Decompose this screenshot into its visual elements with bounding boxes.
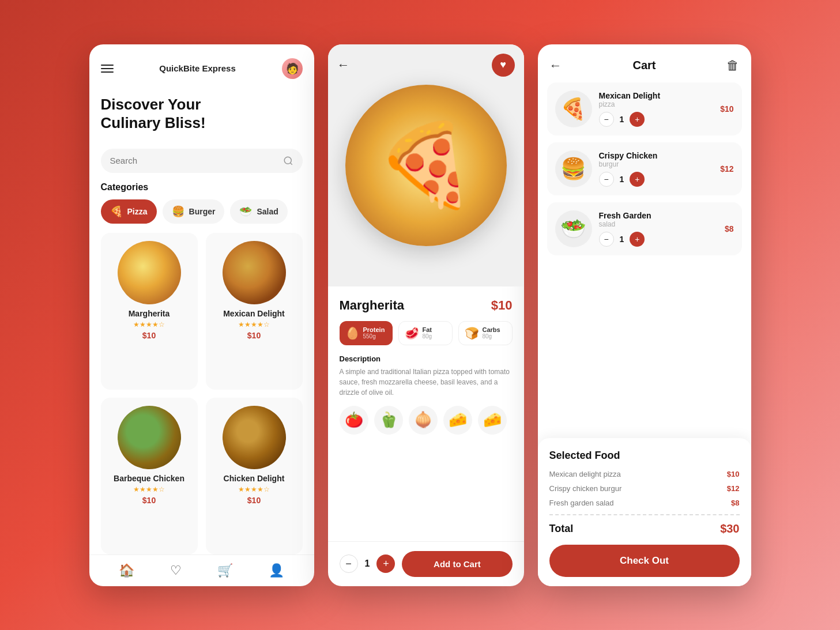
sf-garden-price: $8	[731, 499, 739, 507]
ingredient-cheese: 🧀	[478, 406, 507, 435]
detail-topbar: ← ♥	[337, 54, 515, 77]
fat-val: 80g	[423, 333, 432, 339]
garden-cart-image: 🥗	[555, 210, 592, 247]
burger-cat-label: Burger	[189, 207, 216, 216]
nav-profile-icon[interactable]: 👤	[269, 563, 284, 578]
phone-browse: QuickBite Express 🧑 Discover Your Culina…	[89, 44, 314, 586]
category-salad[interactable]: 🥗 Salad	[230, 199, 287, 224]
carbs-label: Carbs	[483, 326, 500, 333]
mexican-cart-info: Mexican Delight pizza − 1 +	[599, 91, 714, 127]
cart-item-crispy: 🍔 Crispy Chicken burgur − 1 + $12	[547, 142, 742, 195]
margherita-stars: ★★★★☆	[133, 320, 165, 329]
cart-back-button[interactable]: ←	[549, 58, 562, 73]
burger-cat-icon: 🍔	[172, 205, 184, 218]
nav-favorites-icon[interactable]: ♡	[170, 563, 182, 578]
garden-qty-row: − 1 +	[599, 232, 718, 247]
food-card-barbeque[interactable]: Barbeque Chicken ★★★★☆ $10	[101, 398, 198, 554]
menu-icon[interactable]	[101, 65, 114, 73]
crispy-qty-increase[interactable]: +	[630, 172, 645, 187]
ingredients-row: 🍅 🫑 🧅 🧀 🧀	[340, 406, 513, 435]
hero-title: Discover Your Culinary Bliss!	[101, 95, 303, 133]
crispy-qty-decrease[interactable]: −	[599, 172, 614, 187]
barbeque-stars: ★★★★☆	[133, 485, 165, 493]
item-price: $10	[491, 298, 513, 313]
mexican-qty-row: − 1 +	[599, 112, 714, 127]
chicken-name: Chicken Delight	[224, 474, 285, 483]
ingredient-mozzarella: 🧀	[443, 406, 472, 435]
total-label: Total	[549, 523, 574, 535]
salad-cat-icon: 🥗	[239, 205, 252, 218]
salad-cat-label: Salad	[257, 207, 278, 216]
mexican-price: $10	[247, 331, 261, 340]
favorite-button[interactable]: ♥	[492, 54, 515, 77]
ingredient-onion: 🧅	[409, 406, 438, 435]
nav-home-icon[interactable]: 🏠	[119, 563, 134, 578]
phone-detail: ← ♥ 🍕 Margherita $10 🥚 Protein 550g 🥩 Fa…	[328, 44, 524, 586]
avatar[interactable]: 🧑	[282, 58, 303, 79]
food-card-margherita[interactable]: Margherita ★★★★☆ $10	[101, 233, 198, 390]
add-to-cart-button[interactable]: Add to Cart	[402, 551, 512, 577]
mexican-cart-price: $10	[720, 104, 733, 114]
pizza-cat-label: Pizza	[127, 207, 148, 216]
cart-divider	[549, 514, 740, 515]
checkout-button[interactable]: Check Out	[549, 545, 740, 577]
total-price: $30	[720, 522, 739, 535]
crispy-cart-image: 🍔	[555, 150, 592, 187]
mexican-cart-sub: pizza	[599, 100, 714, 108]
cart-item-mexican: 🍕 Mexican Delight pizza − 1 + $10	[547, 82, 742, 135]
add-to-cart-section: − 1 + Add to Cart	[328, 541, 524, 586]
selected-food-title: Selected Food	[549, 450, 740, 462]
category-burger[interactable]: 🍔 Burger	[163, 199, 225, 224]
protein-val: 550g	[363, 333, 385, 339]
mexican-image	[223, 241, 286, 304]
crispy-cart-info: Crispy Chicken burgur − 1 +	[599, 151, 714, 187]
mexican-cart-name: Mexican Delight	[599, 91, 714, 100]
garden-cart-info: Fresh Garden salad − 1 +	[599, 211, 718, 247]
barbeque-image	[118, 406, 181, 469]
protein-icon: 🥚	[345, 326, 360, 340]
chicken-stars: ★★★★☆	[238, 485, 270, 493]
quantity-decrease-button[interactable]: −	[340, 554, 358, 573]
back-button[interactable]: ←	[337, 58, 350, 73]
mexican-qty-increase[interactable]: +	[630, 112, 645, 127]
sf-mexican-price: $10	[727, 470, 740, 478]
ingredient-pepper: 🫑	[374, 406, 403, 435]
food-card-mexican[interactable]: Mexican Delight ★★★★☆ $10	[206, 233, 303, 390]
margherita-name: Margherita	[129, 309, 170, 318]
mexican-name: Mexican Delight	[223, 309, 285, 318]
pizza-cat-icon: 🍕	[110, 205, 123, 218]
hero-image-section: ← ♥ 🍕	[328, 44, 524, 286]
description-text: A simple and traditional Italian pizza t…	[340, 367, 513, 398]
crispy-qty-row: − 1 +	[599, 172, 714, 187]
item-title-row: Margherita $10	[340, 298, 513, 313]
svg-line-1	[290, 163, 292, 164]
search-bar[interactable]	[101, 149, 303, 173]
barbeque-name: Barbeque Chicken	[114, 474, 184, 483]
crispy-cart-sub: burgur	[599, 160, 714, 168]
margherita-image	[118, 241, 181, 304]
search-icon	[283, 156, 293, 166]
quantity-increase-button[interactable]: +	[376, 554, 395, 573]
garden-qty-num: 1	[620, 235, 624, 244]
fat-label: Fat	[423, 326, 432, 333]
mexican-qty-num: 1	[620, 115, 624, 124]
sf-crispy-price: $12	[727, 484, 740, 493]
category-pizza[interactable]: 🍕 Pizza	[101, 199, 157, 224]
chicken-image	[223, 406, 286, 469]
crispy-qty-num: 1	[620, 175, 624, 184]
total-row: Total $30	[549, 522, 740, 535]
garden-qty-decrease[interactable]: −	[599, 232, 614, 247]
sf-row-garden: Fresh garden salad $8	[549, 499, 740, 507]
nav-cart-icon[interactable]: 🛒	[217, 563, 233, 578]
food-grid: Margherita ★★★★☆ $10 Mexican Delight ★★★…	[89, 233, 314, 554]
sf-row-crispy: Crispy chicken burgur $12	[549, 484, 740, 493]
garden-qty-increase[interactable]: +	[630, 232, 645, 247]
nutrition-carbs: 🍞 Carbs 80g	[458, 321, 513, 345]
mexican-qty-decrease[interactable]: −	[599, 112, 614, 127]
detail-content: Margherita $10 🥚 Protein 550g 🥩 Fat 80g …	[328, 286, 524, 541]
search-input[interactable]	[110, 156, 277, 165]
trash-icon[interactable]: 🗑	[726, 58, 739, 73]
food-card-chicken-delight[interactable]: Chicken Delight ★★★★☆ $10	[206, 398, 303, 554]
sf-row-mexican: Mexican delight pizza $10	[549, 470, 740, 478]
nutrition-protein: 🥚 Protein 550g	[340, 321, 393, 345]
